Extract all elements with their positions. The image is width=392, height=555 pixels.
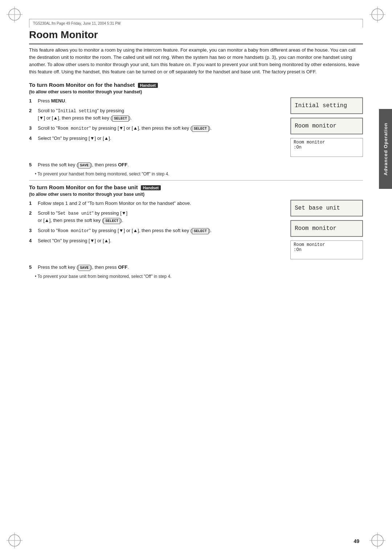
step2-4-content: Select "On" by pressing [▼] or [▲]. (38, 237, 283, 244)
screen2-1: Set base unit (290, 200, 363, 216)
corner-mark-tl (7, 7, 23, 23)
screen1-2-text: Room monitor (295, 123, 336, 129)
sidebar-label: Advanced Operation (383, 122, 388, 175)
screen2-3-line1: Room monitor (294, 242, 360, 247)
header-line: TG5230AL.fm Page 49 Friday, June 11, 200… (29, 19, 363, 28)
step1-1-content: Press MENU. (38, 97, 283, 105)
step2-4-num: 4 (29, 237, 36, 244)
step1-3-content: Scroll to "Room monitor" by pressing [▼]… (38, 125, 283, 132)
screen1-1: Initial setting (290, 97, 363, 114)
step1-5: 5 Press the soft key (SAVE), then press … (29, 161, 363, 169)
section2-subheading: (to allow other users to monitor through… (29, 192, 363, 197)
step2-1-num: 1 (29, 200, 36, 207)
screen2-2: Room monitor (290, 220, 363, 237)
screen2-2-text: Room monitor (295, 225, 336, 232)
step1-1-num: 1 (29, 97, 36, 105)
screen1-3-line1: Room monitor (294, 140, 360, 145)
section2-heading: To turn Room Monitor on for the base uni… (29, 184, 363, 190)
section1-badge: Handset (138, 83, 158, 88)
page-number: 49 (354, 538, 359, 544)
step1-4-content: Select "On" by pressing [▼] or [▲]. (38, 135, 283, 142)
screen2-1-text: Set base unit (295, 205, 340, 211)
screen1-3: Room monitor :On (290, 138, 363, 157)
step2-3-content: Scroll to "Room monitor" by pressing [▼]… (38, 227, 283, 234)
page-title: Room Monitor (29, 29, 363, 44)
section1-note: • To prevent your handset from being mon… (35, 171, 363, 177)
corner-mark-tr (369, 7, 385, 23)
step1-4: 4 Select "On" by pressing [▼] or [▲]. (29, 135, 283, 142)
step2-1-content: Follow steps 1 and 2 of "To turn Room Mo… (38, 200, 283, 207)
step2-5: 5 Press the soft key (SAVE), then press … (29, 264, 363, 271)
step1-2: 2 Scroll to "Initial setting" by pressin… (29, 107, 283, 122)
screen1-1-text: Initial setting (295, 102, 347, 109)
main-content: Room Monitor This feature allows you to … (29, 29, 363, 533)
step2-2-num: 2 (29, 210, 36, 224)
section2-steps-area: 1 Follow steps 1 and 2 of "To turn Room … (29, 200, 363, 262)
step1-5-content: Press the soft key (SAVE), then press OF… (38, 161, 363, 169)
step1-2-num: 2 (29, 107, 36, 122)
step1-5-num: 5 (29, 161, 36, 169)
header-text: TG5230AL.fm Page 49 Friday, June 11, 200… (33, 21, 121, 25)
step2-5-num: 5 (29, 264, 36, 271)
section1-steps-list: 1 Press MENU. 2 Scroll to "Initial setti… (29, 97, 290, 160)
step2-2: 2 Scroll to "Set base unit" by pressing … (29, 210, 283, 224)
screen2-3-line2: :On (294, 247, 360, 252)
section2-screens: Set base unit Room monitor Room monitor … (290, 200, 363, 262)
section2-steps-list: 1 Follow steps 1 and 2 of "To turn Room … (29, 200, 290, 262)
section2-note: • To prevent your base unit from being m… (35, 274, 363, 279)
section1-screens: Initial setting Room monitor Room monito… (290, 97, 363, 160)
screen1-2: Room monitor (290, 118, 363, 134)
step1-2-content: Scroll to "Initial setting" by pressing … (38, 107, 283, 122)
section2-badge: Handset (141, 185, 161, 190)
section1-heading: To turn Room Monitor on for the handset … (29, 82, 363, 88)
step1-4-num: 4 (29, 135, 36, 142)
section1-steps-area: 1 Press MENU. 2 Scroll to "Initial setti… (29, 97, 363, 160)
sidebar-tab: Advanced Operation (379, 109, 392, 189)
section1: To turn Room Monitor on for the handset … (29, 82, 363, 177)
section1-heading-text: To turn Room Monitor on for the handset (29, 82, 135, 88)
step1-3-num: 3 (29, 125, 36, 132)
screen1-3-line2: :On (294, 145, 360, 150)
corner-mark-bl (7, 532, 23, 548)
step2-3: 3 Scroll to "Room monitor" by pressing [… (29, 227, 283, 234)
section1-subheading: (to allow other users to monitor through… (29, 89, 363, 94)
step2-5-content: Press the soft key (SAVE), then press OF… (38, 264, 363, 271)
section2: To turn Room Monitor on for the base uni… (29, 184, 363, 279)
step2-1: 1 Follow steps 1 and 2 of "To turn Room … (29, 200, 283, 207)
section-divider (29, 180, 363, 181)
corner-mark-br (369, 532, 385, 548)
screen2-3: Room monitor :On (290, 240, 363, 259)
intro-paragraph: This feature allows you to monitor a roo… (29, 46, 363, 76)
step2-3-num: 3 (29, 227, 36, 234)
step2-2-content: Scroll to "Set base unit" by pressing [▼… (38, 210, 283, 224)
step1-1: 1 Press MENU. (29, 97, 283, 105)
step2-4: 4 Select "On" by pressing [▼] or [▲]. (29, 237, 283, 244)
step1-3: 3 Scroll to "Room monitor" by pressing [… (29, 125, 283, 132)
section2-heading-text: To turn Room Monitor on for the base uni… (29, 184, 138, 190)
